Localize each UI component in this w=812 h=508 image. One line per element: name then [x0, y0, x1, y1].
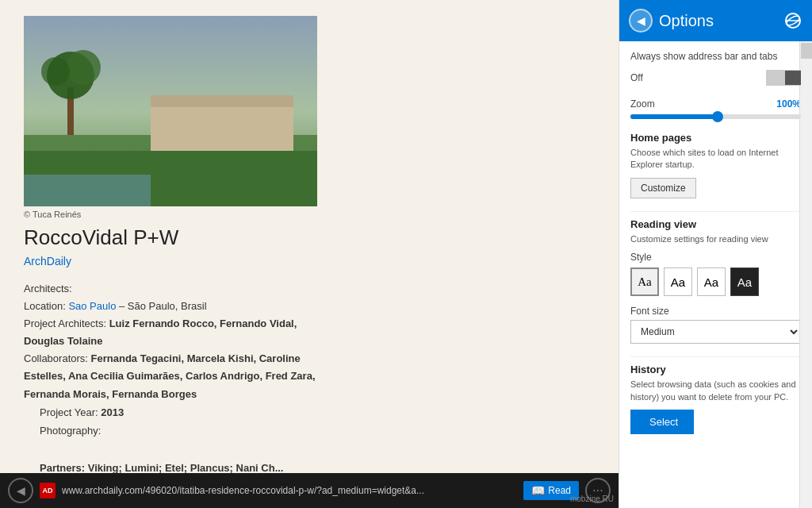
- site-favicon: AD: [40, 483, 56, 498]
- right-info: Project Year: 2013 Photography: Partners…: [40, 403, 293, 476]
- taskbar-back-icon: ◀: [17, 484, 25, 497]
- address-bar-section: Always show address bar and tabs Off: [630, 51, 801, 86]
- svg-rect-4: [151, 95, 293, 107]
- zoom-label: Zoom: [630, 98, 655, 110]
- project-title: RoccoVidal P+W: [24, 225, 333, 250]
- svg-point-7: [66, 50, 101, 85]
- options-body: Always show address bar and tabs Off Zoo…: [619, 41, 812, 453]
- options-back-button[interactable]: ◀: [629, 9, 653, 33]
- collaborators-label: Collaborators:: [24, 352, 88, 364]
- project-year-row: Project Year: 2013: [40, 403, 293, 421]
- reading-view-title: Reading view: [630, 218, 801, 230]
- photography-label: Photography:: [40, 425, 101, 437]
- scrollbar[interactable]: [799, 41, 812, 508]
- zoom-value: 100%: [776, 98, 801, 110]
- address-bar-toggle-row: Always show address bar and tabs: [630, 51, 801, 62]
- project-year-value: 2013: [101, 406, 124, 418]
- zoom-slider-fill: [630, 114, 716, 119]
- photo-credit-1: © Tuca Reinés: [24, 210, 333, 219]
- style-options: Aa Aa Aa Aa: [630, 267, 801, 296]
- archdaily-link[interactable]: ArchDaily: [24, 255, 333, 267]
- history-desc: Select browsing data (such as cookies an…: [630, 379, 801, 403]
- zoom-header: Zoom 100%: [630, 98, 801, 110]
- zoom-slider[interactable]: [630, 114, 801, 119]
- svg-rect-9: [24, 175, 151, 206]
- toggle-state-row: Off: [630, 70, 801, 86]
- home-pages-desc: Choose which sites to load on Internet E…: [630, 147, 801, 171]
- left-column: © Tuca Reinés RoccoVidal P+W ArchDaily A…: [24, 16, 333, 403]
- options-header: ◀ Options: [619, 0, 812, 41]
- project-details: Architects: Location: Sao Paulo – São Pa…: [24, 280, 333, 403]
- back-arrow-icon: ◀: [637, 14, 645, 27]
- home-pages-title: Home pages: [630, 132, 801, 144]
- options-title: Options: [659, 12, 783, 30]
- collaborators-row: Collaborators: Fernanda Tegacini, Marcel…: [24, 350, 333, 402]
- zoom-section: Zoom 100%: [630, 98, 801, 119]
- select-button[interactable]: Select: [630, 410, 694, 434]
- photography-row: Photography:: [40, 421, 293, 440]
- location-row: Location: Sao Paulo – São Paulo, Brasil: [24, 298, 333, 315]
- address-bar-label: Always show address bar and tabs: [630, 51, 777, 62]
- font-size-select[interactable]: Small Medium Large Extra Large: [630, 320, 801, 344]
- taskbar: ◀ AD www.archdaily.com/496020/itatiba-re…: [0, 473, 619, 508]
- watermark: mobzine.RU: [570, 495, 614, 503]
- style-serif-button[interactable]: Aa: [630, 267, 659, 296]
- svg-rect-3: [151, 103, 293, 151]
- project-architects-row: Project Architects: Luiz Fernando Rocco,…: [24, 315, 333, 350]
- history-title: History: [630, 364, 801, 375]
- taskbar-back-button[interactable]: ◀: [8, 478, 33, 503]
- customize-button[interactable]: Customize: [630, 178, 696, 198]
- main-content: © Tuca Reinés RoccoVidal P+W ArchDaily A…: [0, 0, 619, 476]
- address-bar-toggle[interactable]: [766, 70, 801, 86]
- toggle-thumb: [785, 71, 801, 85]
- style-dark-button[interactable]: Aa: [730, 267, 759, 296]
- address-bar[interactable]: www.archdaily.com/496020/itatiba-residen…: [62, 485, 517, 496]
- right-column: Project Year: 2013 Photography: Partners…: [24, 403, 293, 476]
- toggle-off-label: Off: [630, 72, 643, 83]
- zoom-slider-thumb[interactable]: [712, 111, 723, 122]
- project-year-label: Project Year:: [40, 406, 98, 418]
- svg-point-8: [41, 57, 70, 86]
- options-panel: ◀ Options Always show address bar and ta…: [619, 0, 812, 508]
- main-photo: [24, 16, 317, 206]
- style-normal-button[interactable]: Aa: [664, 267, 692, 296]
- font-size-label: Font size: [630, 306, 801, 317]
- style-label: Style: [630, 252, 801, 263]
- architects-row: Architects:: [24, 280, 333, 298]
- project-architects-label: Project Architects:: [24, 318, 106, 329]
- style-light-button[interactable]: Aa: [697, 267, 726, 296]
- scrollbar-thumb[interactable]: [801, 43, 812, 59]
- ie-logo-icon: [783, 11, 802, 30]
- home-pages-section: Home pages Choose which sites to load on…: [630, 132, 801, 198]
- reading-view-desc: Customize settings for reading view: [630, 233, 801, 245]
- book-icon: 📖: [531, 484, 545, 497]
- read-label: Read: [548, 485, 571, 496]
- favicon-icon: AD: [43, 487, 53, 495]
- history-section: History Select browsing data (such as co…: [630, 356, 801, 434]
- reading-view-section: Reading view Customize settings for read…: [630, 211, 801, 344]
